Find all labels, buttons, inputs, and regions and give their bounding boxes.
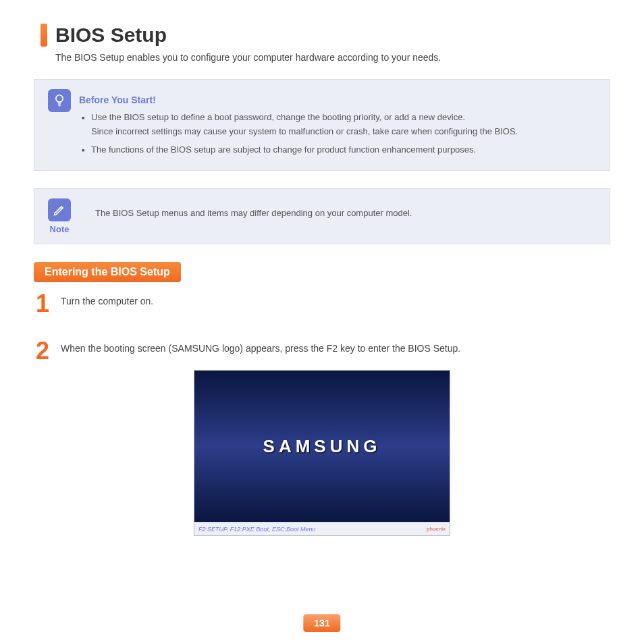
- boot-screen-image: SAMSUNG F2:SETUP, F12:PXE Boot, ESC:Boot…: [194, 370, 450, 536]
- samsung-logo: SAMSUNG: [263, 436, 381, 457]
- tip-bullet: The functions of the BIOS setup are subj…: [82, 143, 596, 157]
- boot-screen-footer: F2:SETUP, F12:PXE Boot, ESC:Boot Menu ph…: [194, 522, 450, 535]
- tip-title: Before You Start!: [79, 95, 596, 105]
- section-title: Entering the BIOS Setup: [34, 262, 181, 282]
- step-text: When the booting screen (SAMSUNG logo) a…: [61, 339, 460, 354]
- step-2: 2 When the booting screen (SAMSUNG logo)…: [34, 339, 610, 363]
- note-box: Note The BIOS Setup menus and items may …: [34, 188, 610, 244]
- lightbulb-icon: [48, 89, 71, 112]
- tip-bullets: Use the BIOS setup to define a boot pass…: [79, 111, 596, 157]
- tip-box: Before You Start! Use the BIOS setup to …: [34, 79, 610, 171]
- step-number: 1: [34, 292, 51, 316]
- step-number: 2: [34, 339, 51, 363]
- intro-text: The BIOS Setup enables you to configure …: [55, 52, 610, 63]
- note-text: The BIOS Setup menus and items may diffe…: [95, 198, 412, 218]
- boot-screen-main: SAMSUNG: [194, 371, 450, 522]
- page-title: BIOS Setup: [55, 24, 167, 47]
- tip-bullet: Use the BIOS setup to define a boot pass…: [82, 111, 596, 139]
- boot-footer-left: F2:SETUP, F12:PXE Boot, ESC:Boot Menu: [198, 526, 315, 533]
- pencil-icon: [48, 198, 71, 221]
- note-label: Note: [50, 224, 70, 234]
- page-title-row: BIOS Setup: [41, 24, 610, 47]
- svg-point-0: [56, 95, 63, 102]
- step-1: 1 Turn the computer on.: [34, 292, 610, 316]
- page-number-badge: 131: [303, 614, 340, 632]
- step-text: Turn the computer on.: [61, 292, 153, 306]
- boot-footer-right: phoenix: [427, 526, 446, 532]
- accent-bar: [41, 24, 47, 47]
